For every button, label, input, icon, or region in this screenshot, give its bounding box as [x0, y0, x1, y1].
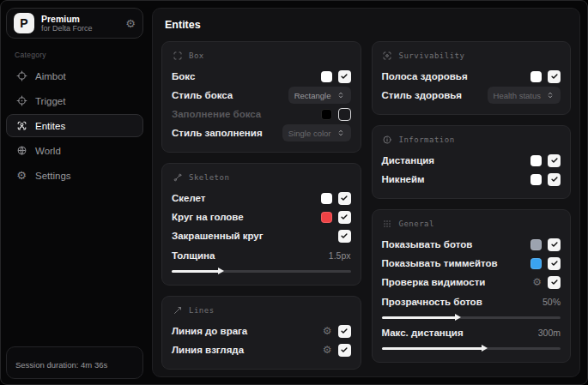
scan-brackets-icon [172, 50, 183, 61]
sidebar-item-label: Trigget [35, 96, 65, 106]
card-general: General Показывать ботов Показывать тимм… [372, 209, 572, 363]
setting-row: Круг на голове [172, 208, 351, 226]
checkbox[interactable] [548, 276, 561, 289]
box-style-select[interactable]: Rectangle [288, 87, 351, 104]
thickness-slider[interactable] [172, 270, 351, 273]
color-swatch[interactable] [530, 174, 542, 185]
setting-row: Заполнение бокса [172, 105, 351, 123]
session-duration: Session duration: 4m 36s [15, 360, 107, 370]
setting-row: Скелет [172, 189, 351, 208]
fill-style-select[interactable]: Single color [282, 124, 351, 141]
sidebar-nav: Aimbot Trigget Entites [6, 64, 143, 187]
card-survivability: Survivability Полоса здоровья Стиль здор… [372, 41, 572, 115]
brand-title: Premium [41, 14, 118, 24]
color-swatch[interactable] [530, 239, 542, 250]
setting-row: Проверка видимости ⚙ [382, 273, 561, 292]
crosshair-icon [15, 70, 27, 82]
checkbox[interactable] [548, 257, 561, 270]
app-logo: P [14, 13, 34, 33]
setting-row: Показывать тиммейтов [382, 254, 561, 273]
setting-row: Линия взгляда ⚙ [172, 340, 351, 359]
setting-row: Показывать ботов [382, 235, 561, 254]
checkbox[interactable] [338, 108, 351, 121]
gear-icon[interactable]: ⚙ [323, 326, 332, 336]
card-skeleton: Skeleton Скелет Круг на голове [161, 163, 361, 286]
setting-row: Полоса здоровья [382, 67, 561, 86]
globe-icon [15, 145, 27, 157]
slider-value: 1.5px [329, 250, 351, 261]
slider-value: 300m [538, 328, 561, 338]
gear-icon[interactable]: ⚙ [125, 18, 136, 29]
category-label: Category [15, 51, 143, 59]
gear-icon[interactable]: ⚙ [323, 345, 332, 355]
card-box: Box Бокс Стиль бокса Rectangle [161, 41, 361, 153]
trigger-crosshair-icon [15, 95, 27, 107]
sidebar-item-label: Aimbot [35, 71, 66, 81]
color-swatch[interactable] [530, 71, 542, 82]
bot-opacity-slider[interactable] [382, 316, 561, 319]
card-title: Skeleton [189, 173, 229, 182]
card-title: General [399, 220, 434, 228]
checkbox[interactable] [338, 211, 351, 224]
color-swatch[interactable] [321, 212, 332, 223]
card-title: Survivability [399, 51, 465, 60]
card-title: Lines [189, 306, 215, 315]
app-window: P Premium for Delta Force ⚙ Category Aim… [0, 0, 588, 385]
sidebar-item-settings[interactable]: ⚙ Settings [6, 164, 143, 187]
main-panel: Entites Box Бокс [152, 8, 580, 377]
max-distance-slider[interactable] [382, 347, 561, 350]
setting-row: Стиль бокса Rectangle [172, 86, 351, 105]
bone-icon [172, 171, 183, 183]
unfold-more-icon [336, 129, 345, 137]
sidebar-item-trigget[interactable]: Trigget [6, 89, 143, 112]
checkbox[interactable] [548, 238, 561, 251]
sidebar-item-aimbot[interactable]: Aimbot [6, 64, 143, 87]
color-swatch[interactable] [321, 193, 332, 204]
card-title: Box [189, 51, 204, 60]
setting-row: Дистанция [382, 151, 561, 170]
unfold-more-icon [336, 91, 345, 99]
dots-grid-icon [382, 218, 393, 229]
checkbox[interactable] [338, 344, 351, 357]
sidebar-item-world[interactable]: World [6, 139, 143, 162]
session-card: Session duration: 4m 36s [6, 346, 143, 379]
checkbox[interactable] [338, 192, 351, 205]
unfold-more-icon [546, 91, 555, 99]
sidebar-item-label: World [35, 146, 61, 156]
slider-thumb[interactable] [482, 345, 488, 352]
thickness-slider-row: Толщина 1.5px [172, 247, 351, 273]
slider-thumb[interactable] [455, 314, 461, 321]
color-swatch[interactable] [530, 155, 542, 166]
setting-row: Бокс [172, 67, 351, 86]
max-distance-slider-row: Макс. дистанция 300m [382, 324, 561, 350]
health-style-select[interactable]: Health status [488, 87, 561, 104]
sidebar-item-entites[interactable]: Entites [6, 114, 143, 137]
checkbox[interactable] [548, 173, 561, 186]
gear-icon: ⚙ [15, 170, 27, 182]
diagonal-line-icon [172, 304, 183, 316]
color-swatch[interactable] [530, 258, 542, 269]
scan-target-icon [382, 50, 393, 61]
bot-opacity-slider-row: Прозрачность ботов 50% [382, 293, 561, 319]
sidebar: P Premium for Delta Force ⚙ Category Aim… [1, 1, 149, 384]
info-circle-icon [382, 134, 393, 145]
checkbox[interactable] [338, 325, 351, 338]
slider-thumb[interactable] [218, 268, 224, 274]
checkbox[interactable] [338, 70, 351, 83]
color-swatch[interactable] [321, 109, 332, 120]
checkbox[interactable] [548, 154, 561, 167]
checkbox[interactable] [548, 70, 561, 83]
page-title: Entites [165, 19, 571, 31]
card-title: Information [399, 135, 455, 144]
setting-row: Линия до врага ⚙ [172, 322, 351, 340]
card-lines: Lines Линия до врага ⚙ Линия взгляда ⚙ [161, 296, 361, 370]
brand-card: P Premium for Delta Force ⚙ [6, 8, 143, 39]
gear-icon[interactable]: ⚙ [532, 277, 542, 287]
sidebar-item-label: Settings [35, 171, 71, 181]
checkbox[interactable] [338, 230, 351, 243]
card-information: Information Дистанция Никнейм [372, 125, 572, 199]
setting-row: Стиль заполнения Single color [172, 123, 351, 142]
color-swatch[interactable] [321, 71, 332, 82]
slider-value: 50% [543, 297, 561, 307]
setting-row: Закрашенный круг [172, 226, 351, 245]
